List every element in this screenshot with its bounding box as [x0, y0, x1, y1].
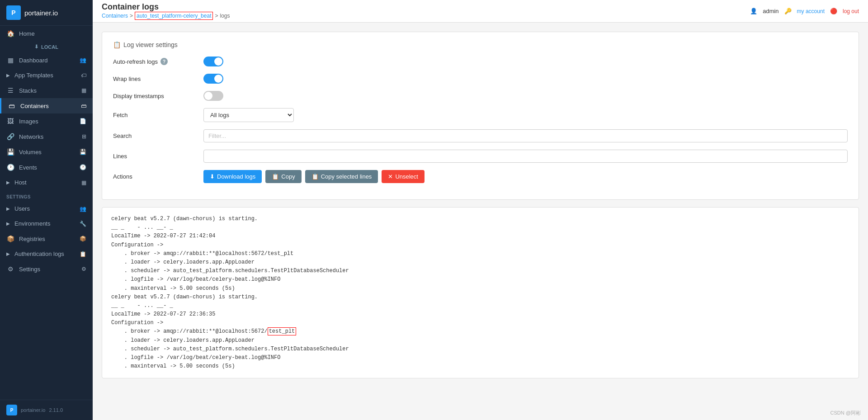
sidebar-item-label: Settings	[19, 266, 40, 273]
arrow-icon: ▶	[6, 180, 10, 185]
topbar-right: 👤 admin 🔑 my account 🔴 log out	[750, 8, 859, 14]
stacks-icon-right: ▦	[81, 87, 86, 94]
dashboard-icon-right: 👥	[80, 57, 86, 63]
breadcrumb-container-name[interactable]: auto_test_platform-celery_beat	[135, 12, 213, 20]
topbar: Container logs Containers > auto_test_pl…	[93, 0, 868, 23]
containers-icon: 🗃	[8, 102, 16, 109]
main-content: Container logs Containers > auto_test_pl…	[93, 0, 868, 420]
sidebar-item-networks[interactable]: 🔗 Networks ⊞	[0, 129, 93, 144]
lines-input[interactable]: 100	[203, 150, 848, 163]
sidebar-item-stacks[interactable]: ☰ Stacks ▦	[0, 83, 93, 98]
volumes-icon: 💾	[6, 148, 14, 156]
page-title: Container logs	[102, 2, 230, 12]
lines-control: 100	[203, 150, 848, 163]
sidebar-item-label: App Templates	[14, 72, 53, 79]
sidebar-item-label: Stacks	[19, 87, 37, 94]
fetch-select[interactable]: All logs Last 100 lines Last 500 lines L…	[203, 108, 294, 122]
footer-logo: P	[6, 405, 17, 415]
download-icon: ⬇	[210, 173, 215, 180]
networks-icon: 🔗	[6, 133, 14, 140]
registries-icon-right: 📦	[80, 236, 86, 242]
arrow-icon: ▶	[6, 73, 10, 78]
sidebar-item-auth-logs[interactable]: ▶ Authentication logs 📋	[0, 246, 93, 261]
copy-selected-button[interactable]: 📋 Copy selected lines	[305, 170, 378, 183]
events-icon-right: 🕐	[80, 164, 86, 170]
sidebar-item-label: Home	[19, 30, 35, 37]
breadcrumb-current: logs	[220, 13, 230, 19]
timestamps-control	[203, 91, 848, 101]
auto-refresh-row: Auto-refresh logs ?	[113, 57, 848, 66]
breadcrumb: Containers > auto_test_platform-celery_b…	[102, 12, 230, 20]
host-icon-right: ▦	[81, 179, 86, 186]
sidebar-item-label: Images	[19, 118, 38, 125]
sidebar-item-label: Containers	[20, 103, 49, 109]
copy-selected-icon: 📋	[311, 173, 319, 180]
home-icon: 🏠	[6, 30, 14, 37]
sidebar: P portainer.io 🏠 Home ⬇ LOCAL ▦ Dashboar…	[0, 0, 93, 420]
sidebar-item-label: Dashboard	[19, 57, 48, 64]
help-icon[interactable]: ?	[160, 58, 168, 65]
actions-buttons: ⬇ Download logs 📋 Copy 📋 Copy selected l…	[203, 170, 848, 183]
sidebar-item-users[interactable]: ▶ Users 👥	[0, 201, 93, 216]
sidebar-item-label: Events	[19, 164, 37, 171]
timestamps-toggle[interactable]	[203, 91, 223, 101]
wrap-lines-control	[203, 74, 848, 84]
sidebar-item-volumes[interactable]: 💾 Volumes 💾	[0, 144, 93, 160]
log-content[interactable]: celery beat v5.2.7 (dawn-chorus) is star…	[102, 208, 859, 378]
settings-icon-right: ⚙	[81, 266, 86, 272]
registries-icon: 📦	[6, 235, 14, 242]
watermark: CSDN @阿彬	[830, 410, 861, 416]
template-icon: 🏷	[81, 72, 86, 79]
breadcrumb-containers-link[interactable]: Containers	[102, 13, 128, 19]
dashboard-icon: ▦	[6, 57, 14, 64]
sidebar-item-events[interactable]: 🕐 Events 🕐	[0, 160, 93, 175]
fetch-row: Fetch All logs Last 100 lines Last 500 l…	[113, 108, 848, 122]
settings-panel: 📋 Log viewer settings Auto-refresh logs …	[102, 32, 859, 200]
sidebar-item-label: Registries	[19, 236, 45, 242]
actions-label: Actions	[113, 173, 203, 180]
sidebar-item-environments[interactable]: ▶ Environments 🔧	[0, 216, 93, 231]
auto-refresh-label: Auto-refresh logs ?	[113, 58, 203, 65]
download-logs-button[interactable]: ⬇ Download logs	[203, 170, 262, 183]
wrap-lines-toggle[interactable]	[203, 74, 223, 84]
users-icon-right: 👥	[80, 206, 86, 212]
sidebar-item-containers[interactable]: 🗃 Containers 🗃	[0, 98, 93, 113]
timestamps-label: Display timestamps	[113, 93, 203, 99]
settings-section-label: SETTINGS	[0, 190, 93, 201]
sidebar-item-host[interactable]: ▶ Host ▦	[0, 175, 93, 190]
sidebar-footer: P portainer.io 2.11.0	[0, 400, 93, 420]
sidebar-item-label: Host	[14, 179, 27, 186]
search-input[interactable]	[203, 129, 848, 142]
volumes-icon-right: 💾	[80, 149, 86, 155]
unselect-button[interactable]: ✕ Unselect	[382, 170, 425, 183]
sidebar-item-label: Users	[14, 205, 30, 212]
sidebar-item-label: Networks	[19, 133, 43, 140]
settings-panel-icon: 📋	[113, 41, 121, 48]
content-area: 📋 Log viewer settings Auto-refresh logs …	[93, 23, 868, 420]
wrap-lines-row: Wrap lines	[113, 74, 848, 84]
arrow-icon: ▶	[6, 206, 10, 211]
sidebar-item-label: Volumes	[19, 149, 42, 156]
sidebar-item-app-templates[interactable]: ▶ App Templates 🏷	[0, 68, 93, 83]
lines-label: Lines	[113, 153, 203, 160]
sidebar-item-registries[interactable]: 📦 Registries 📦	[0, 231, 93, 246]
my-account-link[interactable]: my account	[797, 8, 825, 14]
auto-refresh-toggle[interactable]	[203, 57, 223, 66]
sidebar-item-label: Environments	[14, 220, 50, 227]
sidebar-item-home[interactable]: 🏠 Home	[0, 26, 93, 41]
copy-button[interactable]: 📋 Copy	[265, 170, 301, 183]
sidebar-item-settings[interactable]: ⚙ Settings ⚙	[0, 261, 93, 277]
auth-icon-right: 📋	[80, 251, 86, 257]
sidebar-logo: P portainer.io	[0, 0, 93, 26]
stacks-icon: ☰	[6, 87, 14, 94]
sidebar-item-dashboard[interactable]: ▦ Dashboard 👥	[0, 52, 93, 68]
copy-icon: 📋	[272, 173, 279, 180]
user-icon: 👤	[750, 8, 757, 14]
fetch-control: All logs Last 100 lines Last 500 lines L…	[203, 108, 848, 122]
sidebar-item-images[interactable]: 🖼 Images 📄	[0, 113, 93, 129]
log-out-link[interactable]: log out	[843, 8, 859, 14]
fetch-label: Fetch	[113, 112, 203, 118]
version-text: 2.11.0	[49, 407, 63, 413]
search-control	[203, 129, 848, 142]
search-label: Search	[113, 132, 203, 139]
